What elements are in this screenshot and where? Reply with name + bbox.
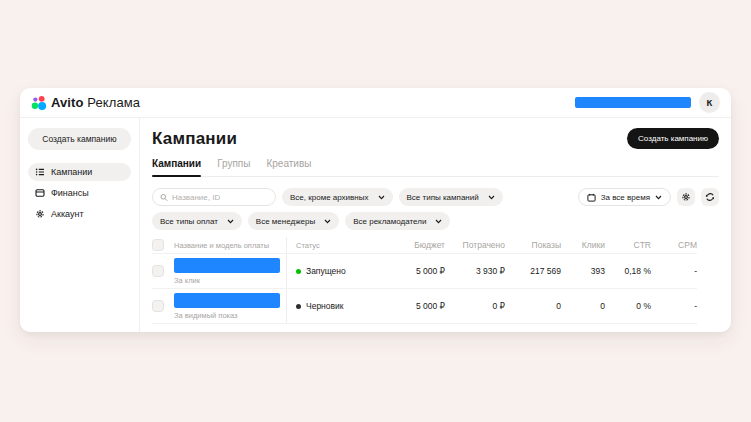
tab-creatives[interactable]: Креативы	[266, 158, 311, 176]
list-icon	[35, 167, 45, 177]
calendar-icon	[587, 193, 596, 202]
create-campaign-button[interactable]: Создать кампанию	[627, 128, 719, 149]
avito-dots-icon	[31, 95, 47, 111]
gear-icon	[35, 209, 45, 219]
spent-value: 0 ₽	[445, 301, 505, 311]
column-header-impressions: Показы	[505, 240, 561, 250]
clicks-value: 0	[561, 301, 605, 311]
sidebar-item-label: Аккаунт	[51, 209, 84, 219]
avatar[interactable]: К	[699, 92, 720, 113]
sidebar: Создать кампанию Кампании	[20, 118, 140, 332]
payment-model-label: За видимый показ	[174, 311, 280, 320]
card-icon	[35, 188, 45, 198]
campaign-name-cell[interactable]: За клик	[174, 258, 286, 285]
chevron-down-icon	[227, 219, 234, 224]
cpm-value: -	[651, 266, 697, 276]
gear-icon	[681, 192, 691, 202]
status-cell: Черновик	[286, 289, 382, 323]
impressions-value: 217 569	[505, 266, 561, 276]
logo-text: Avito Реклама	[51, 95, 140, 110]
managers-filter-dropdown[interactable]: Все менеджеры	[248, 212, 339, 230]
row-checkbox[interactable]	[152, 265, 164, 277]
search-input[interactable]	[172, 193, 268, 202]
sidebar-create-campaign-button[interactable]: Создать кампанию	[28, 128, 131, 150]
tab-campaigns[interactable]: Кампании	[152, 158, 201, 176]
table-row[interactable]: За клик Запущено 5 000 ₽ 3 930 ₽ 217 569…	[152, 254, 697, 289]
campaign-name-redacted-bar	[174, 258, 280, 273]
topbar: Avito Реклама К	[20, 88, 731, 118]
advertisers-filter-dropdown[interactable]: Все рекламодатели	[345, 212, 450, 230]
clicks-value: 393	[561, 266, 605, 276]
status-label: Запущено	[306, 266, 346, 276]
refresh-button[interactable]	[701, 188, 719, 206]
search-icon	[160, 193, 168, 202]
row-checkbox[interactable]	[152, 300, 164, 312]
sidebar-item-finance[interactable]: Финансы	[28, 184, 131, 202]
chevron-down-icon	[488, 195, 495, 200]
campaigns-table: Название и модель оплаты Статус Бюджет П…	[152, 237, 719, 324]
main-content: Кампании Создать кампанию Кампании Групп…	[140, 118, 731, 332]
column-header-cpm: CPM	[651, 240, 697, 250]
status-label: Черновик	[306, 301, 344, 311]
column-header-name: Название и модель оплаты	[174, 241, 286, 250]
column-header-clicks: Клики	[561, 240, 605, 250]
filter-row-2: Все типы оплат Все менеджеры Все рекламо…	[152, 212, 719, 230]
sidebar-item-label: Финансы	[51, 188, 89, 198]
app-window: Avito Реклама К Создать кампанию	[20, 88, 731, 332]
ctr-value: 0 %	[605, 301, 651, 311]
select-all-checkbox[interactable]	[152, 239, 164, 251]
payment-model-label: За клик	[174, 276, 280, 285]
payment-type-filter-dropdown[interactable]: Все типы оплат	[152, 212, 242, 230]
status-dot	[296, 304, 301, 309]
sidebar-nav: Кампании Финансы Аккаунт	[28, 163, 131, 223]
chevron-down-icon	[655, 195, 662, 200]
chevron-down-icon	[435, 219, 442, 224]
topbar-right: К	[575, 92, 720, 113]
cpm-value: -	[651, 301, 697, 311]
archive-filter-dropdown[interactable]: Все, кроме архивных	[282, 188, 393, 206]
settings-button[interactable]	[677, 188, 695, 206]
campaign-type-filter-dropdown[interactable]: Все типы кампаний	[399, 188, 503, 206]
table-header-row: Название и модель оплаты Статус Бюджет П…	[152, 237, 697, 254]
spent-value: 3 930 ₽	[445, 266, 505, 276]
chevron-down-icon	[378, 195, 385, 200]
search-box[interactable]	[152, 188, 276, 206]
budget-value: 5 000 ₽	[382, 266, 445, 276]
column-header-status: Статус	[286, 237, 382, 253]
budget-value: 5 000 ₽	[382, 301, 445, 311]
filter-tools: За все время	[578, 188, 719, 206]
sidebar-item-campaigns[interactable]: Кампании	[28, 163, 131, 181]
table-row[interactable]: За видимый показ Черновик 5 000 ₽ 0 ₽ 0 …	[152, 289, 697, 324]
sidebar-item-account[interactable]: Аккаунт	[28, 205, 131, 223]
tab-groups[interactable]: Группы	[217, 158, 250, 176]
campaign-name-cell[interactable]: За видимый показ	[174, 293, 286, 320]
tabs: Кампании Группы Креативы	[152, 158, 719, 177]
refresh-icon	[705, 192, 715, 202]
status-dot	[296, 269, 301, 274]
column-header-ctr: CTR	[605, 240, 651, 250]
avito-logo[interactable]: Avito Реклама	[31, 95, 140, 111]
impressions-value: 0	[505, 301, 561, 311]
ctr-value: 0,18 %	[605, 266, 651, 276]
page-title: Кампании	[152, 129, 237, 149]
account-info-redacted-bar	[575, 97, 691, 108]
chevron-down-icon	[324, 219, 331, 224]
status-cell: Запущено	[286, 254, 382, 288]
period-filter-dropdown[interactable]: За все время	[578, 188, 671, 206]
campaign-name-redacted-bar	[174, 293, 280, 308]
filter-row-1: Все, кроме архивных Все типы кампаний	[152, 188, 719, 206]
column-header-budget: Бюджет	[382, 240, 445, 250]
column-header-spent: Потрачено	[445, 240, 505, 250]
sidebar-item-label: Кампании	[51, 167, 92, 177]
